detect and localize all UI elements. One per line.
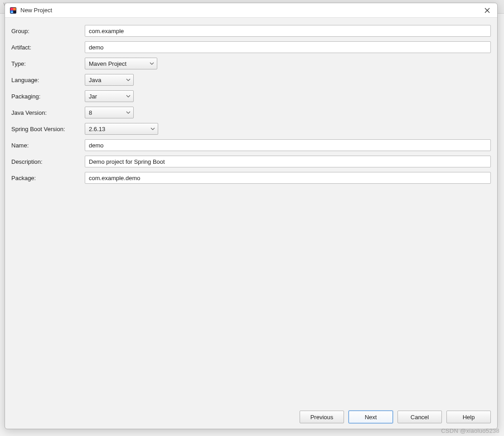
packaging-select[interactable]: Jar: [85, 90, 134, 102]
group-input[interactable]: [85, 25, 491, 37]
new-project-dialog: New Project Group: Artifact: Type: Maven…: [5, 3, 498, 429]
row-language: Language: Java: [11, 74, 491, 86]
help-button-label: Help: [463, 414, 475, 421]
dialog-footer: Previous Next Cancel Help: [5, 405, 497, 429]
chevron-down-icon: [150, 127, 155, 130]
language-select-value: Java: [89, 77, 101, 83]
row-type: Type: Maven Project: [11, 58, 491, 69]
label-description: Description:: [11, 158, 85, 165]
chevron-down-icon: [126, 111, 131, 114]
close-icon: [485, 8, 490, 13]
dialog-titlebar: New Project: [5, 3, 497, 18]
package-input[interactable]: [85, 172, 491, 184]
svg-rect-1: [10, 8, 13, 10]
close-button[interactable]: [482, 5, 493, 16]
name-input[interactable]: [85, 139, 491, 151]
help-button[interactable]: Help: [446, 411, 491, 423]
row-packaging: Packaging: Jar: [11, 90, 491, 102]
cancel-button[interactable]: Cancel: [397, 411, 442, 423]
row-java-version: Java Version: 8: [11, 107, 491, 118]
label-java-version: Java Version:: [11, 109, 85, 116]
svg-rect-4: [11, 12, 13, 13]
row-group: Group:: [11, 25, 491, 37]
artifact-input[interactable]: [85, 41, 491, 53]
java-version-select[interactable]: 8: [85, 107, 134, 118]
next-button-label: Next: [365, 414, 377, 421]
chevron-down-icon: [150, 62, 154, 65]
label-package: Package:: [11, 175, 85, 181]
spring-boot-select[interactable]: 2.6.13: [85, 123, 158, 135]
label-artifact: Artifact:: [11, 44, 85, 51]
chevron-down-icon: [126, 95, 131, 98]
label-language: Language:: [11, 77, 85, 83]
label-type: Type:: [11, 60, 85, 67]
svg-rect-2: [13, 8, 16, 10]
packaging-select-value: Jar: [89, 93, 97, 100]
previous-button[interactable]: Previous: [300, 411, 344, 423]
label-name: Name:: [11, 142, 85, 149]
previous-button-label: Previous: [310, 414, 334, 421]
java-version-select-value: 8: [89, 109, 92, 116]
cancel-button-label: Cancel: [411, 414, 429, 421]
chevron-down-icon: [126, 78, 131, 81]
label-spring-boot: Spring Boot Version:: [11, 126, 85, 132]
label-group: Group:: [11, 28, 85, 34]
type-select-value: Maven Project: [89, 60, 126, 67]
dialog-title: New Project: [20, 7, 482, 14]
row-spring-boot: Spring Boot Version: 2.6.13: [11, 123, 491, 135]
label-packaging: Packaging:: [11, 93, 85, 100]
intellij-icon: [10, 7, 17, 14]
row-name: Name:: [11, 139, 491, 151]
next-button[interactable]: Next: [349, 411, 393, 423]
dialog-body: Group: Artifact: Type: Maven Project Lan…: [5, 18, 497, 405]
row-description: Description:: [11, 156, 491, 167]
type-select[interactable]: Maven Project: [85, 58, 157, 69]
description-input[interactable]: [85, 156, 491, 167]
language-select[interactable]: Java: [85, 74, 134, 86]
spring-boot-select-value: 2.6.13: [89, 126, 105, 132]
row-artifact: Artifact:: [11, 41, 491, 53]
row-package: Package:: [11, 172, 491, 184]
